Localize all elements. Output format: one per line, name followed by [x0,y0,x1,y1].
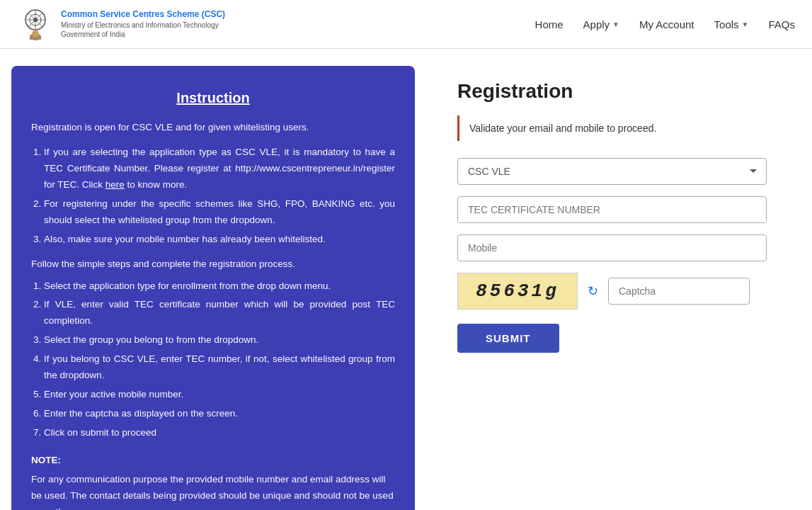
site-header: Common Service Centres Scheme (CSC) Mini… [0,0,812,49]
logo-area: Common Service Centres Scheme (CSC) Mini… [17,6,225,42]
nav-faqs[interactable]: FAQs [768,18,795,30]
step-2: If VLE, enter valid TEC certificate numb… [44,297,395,329]
svg-rect-10 [30,37,32,40]
nav-my-account[interactable]: My Account [639,18,694,30]
nav-tools[interactable]: Tools ▼ [714,18,749,30]
instruction-item-2: For registering under the specific schem… [44,196,395,229]
steps-list: Select the application type for enrollme… [31,278,395,441]
main-nav: Home Apply ▼ My Account Tools ▼ FAQs [535,18,795,30]
org-name: Common Service Centres Scheme (CSC) [61,9,225,21]
follow-text: Follow the simple steps and complete the… [31,256,395,273]
application-type-select[interactable]: CSC VLE SHG FPO BANKING [457,158,767,185]
main-content: Instruction Registration is open for CSC… [0,49,812,510]
step-4: If you belong to CSC VLE, enter TEC numb… [44,351,395,384]
validation-note: Validate your email and mobile to procee… [457,115,767,141]
step-3: Select the group you belong to from the … [44,332,395,348]
apply-dropdown-arrow: ▼ [612,21,619,28]
step-5: Enter your active mobile number. [44,387,395,403]
submit-button[interactable]: SUBMIT [457,324,559,353]
svg-rect-11 [39,37,41,40]
registration-panel: Registration Validate your email and mob… [415,66,795,510]
instruction-panel: Instruction Registration is open for CSC… [11,66,415,510]
nav-apply[interactable]: Apply ▼ [583,18,619,30]
tools-dropdown-arrow: ▼ [742,21,749,28]
note-label: NOTE: [31,453,395,469]
step-1: Select the application type for enrollme… [44,278,395,295]
mobile-input[interactable] [457,234,767,261]
step-7: Click on submit to proceed [44,425,395,441]
instruction-list: If you are selecting the application typ… [31,144,395,248]
svg-point-9 [33,30,38,35]
registration-title: Registration [457,80,767,103]
logo-emblem [17,6,54,42]
nav-home[interactable]: Home [535,18,564,30]
captcha-image: 85631g [457,273,578,310]
instruction-item-3: Also, make sure your mobile number has a… [44,232,395,248]
tec-group [457,196,767,223]
instruction-item-1: If you are selecting the application typ… [44,144,395,193]
instruction-title: Instruction [31,86,395,110]
instruction-intro: Registration is open for CSC VLE and for… [31,120,395,136]
captcha-input[interactable] [608,278,750,305]
tec-input[interactable] [457,196,767,223]
note-text: For any communication purpose the provid… [31,474,394,510]
here-link[interactable]: here [105,179,125,190]
mobile-group [457,234,767,261]
govt-text: Government of India [61,30,225,39]
captcha-row: 85631g ↻ [457,273,767,310]
captcha-refresh-button[interactable]: ↻ [585,280,601,302]
ministry-text: Ministry of Electronics and Information … [61,21,225,30]
application-type-group: CSC VLE SHG FPO BANKING [457,158,767,185]
step-6: Enter the captcha as displayed on the sc… [44,406,395,422]
logo-text: Common Service Centres Scheme (CSC) Mini… [61,9,225,39]
note-section: NOTE: For any communication purpose the … [31,453,395,510]
